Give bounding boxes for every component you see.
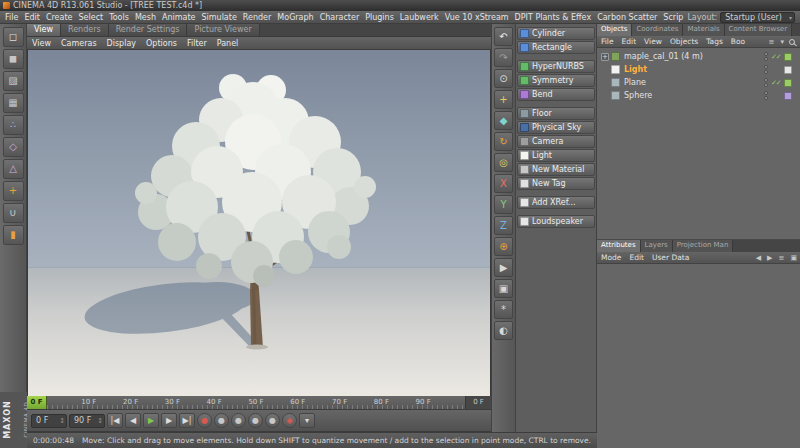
panel-options-icon[interactable]: ≡ bbox=[776, 254, 788, 262]
menu-item[interactable]: File bbox=[2, 13, 21, 22]
enable-checks[interactable]: ✓✓ bbox=[771, 53, 781, 61]
command-button[interactable]: Camera bbox=[517, 135, 595, 148]
layout-select[interactable]: Startup (User) bbox=[720, 12, 795, 23]
object-row[interactable]: Plane ✓✓ bbox=[597, 76, 800, 89]
menu-item[interactable]: Plugins bbox=[362, 13, 397, 22]
command-button[interactable]: Cylinder bbox=[517, 27, 595, 40]
menu-item[interactable]: Mesh bbox=[132, 13, 159, 22]
menu-item[interactable]: Laubwerk bbox=[397, 13, 442, 22]
edges-mode-icon[interactable]: ◇ bbox=[3, 137, 24, 157]
visibility-dots[interactable] bbox=[764, 52, 768, 61]
render-view-icon[interactable]: ▶ bbox=[494, 258, 513, 277]
command-button[interactable]: Symmetry bbox=[517, 74, 595, 87]
object-tag-icon[interactable] bbox=[784, 66, 792, 74]
layout-tab[interactable]: View bbox=[27, 24, 61, 36]
display-filter-icon[interactable]: ◐ bbox=[494, 321, 513, 340]
objects-menu-item[interactable]: Boo bbox=[727, 37, 749, 46]
model-mode-icon[interactable]: ◼ bbox=[3, 49, 24, 69]
viewport-menu-item[interactable]: Panel bbox=[212, 39, 244, 48]
object-tag-icon[interactable] bbox=[784, 92, 792, 100]
panel-tab[interactable]: Materials bbox=[683, 24, 724, 36]
object-tag-icon[interactable] bbox=[784, 79, 792, 87]
lock-icon[interactable]: ▮ bbox=[3, 225, 24, 245]
viewport[interactable] bbox=[27, 50, 491, 396]
goto-end-button[interactable]: ▶| bbox=[179, 413, 195, 428]
object-label[interactable]: Light bbox=[622, 65, 649, 74]
menu-item[interactable]: Select bbox=[75, 13, 106, 22]
object-label[interactable]: Plane bbox=[622, 78, 648, 87]
next-frame-button[interactable]: ▶ bbox=[161, 413, 177, 428]
panel-tab[interactable]: Attributes bbox=[597, 240, 641, 252]
goto-start-button[interactable]: |◀ bbox=[107, 413, 123, 428]
objects-menu-item[interactable]: View bbox=[640, 37, 666, 46]
layout-tab[interactable]: Picture Viewer bbox=[187, 24, 259, 36]
menu-item[interactable]: DPIT Plants & Effex bbox=[512, 13, 595, 22]
options-arrow-icon[interactable]: ▾ bbox=[777, 38, 787, 46]
command-button[interactable]: Light bbox=[517, 149, 595, 162]
undo-icon[interactable]: ↶ bbox=[494, 27, 513, 46]
object-tag-icon[interactable] bbox=[784, 53, 792, 61]
workplane-icon[interactable]: ▦ bbox=[3, 93, 24, 113]
menu-item[interactable]: Character bbox=[317, 13, 363, 22]
menu-item[interactable]: MoGraph bbox=[274, 13, 316, 22]
object-row[interactable]: + maple_cal_01 (4 m) ✓✓ bbox=[597, 50, 800, 63]
menu-item[interactable]: Simulate bbox=[198, 13, 239, 22]
panel-tab[interactable]: Projection Man bbox=[673, 240, 734, 252]
z-axis-lock-icon[interactable]: Z bbox=[494, 216, 513, 235]
layout-tab[interactable]: Renders bbox=[61, 24, 109, 36]
command-button[interactable]: Floor bbox=[517, 107, 595, 120]
command-button[interactable]: Loudspeaker bbox=[517, 215, 595, 228]
expander-icon[interactable]: + bbox=[601, 53, 609, 61]
render-picture-viewer-icon[interactable]: ▣ bbox=[494, 279, 513, 298]
menu-item[interactable]: Render bbox=[240, 13, 274, 22]
polygons-mode-icon[interactable]: △ bbox=[3, 159, 24, 179]
command-button[interactable]: New Tag bbox=[517, 177, 595, 190]
filter-icon[interactable]: ≡ bbox=[766, 38, 778, 46]
panel-tab[interactable]: Content Browser bbox=[725, 24, 792, 36]
viewport-menu-item[interactable]: Cameras bbox=[56, 39, 102, 48]
make-editable-icon[interactable]: ◻ bbox=[3, 27, 24, 47]
end-frame-field[interactable]: 90 F bbox=[69, 414, 105, 428]
move-tool-icon[interactable]: + bbox=[494, 90, 513, 109]
panel-tab[interactable]: Layers bbox=[641, 240, 673, 252]
command-button[interactable]: New Material bbox=[517, 163, 595, 176]
x-axis-lock-icon[interactable]: X bbox=[494, 174, 513, 193]
start-frame-field[interactable]: 0 F bbox=[31, 414, 67, 428]
lock-panel-icon[interactable]: ▣ bbox=[787, 254, 800, 262]
objects-menu-item[interactable]: Edit bbox=[618, 37, 641, 46]
object-row[interactable]: Sphere bbox=[597, 89, 800, 102]
live-selection-icon[interactable]: ⊙ bbox=[494, 69, 513, 88]
rotate-tool-icon[interactable]: ↻ bbox=[494, 132, 513, 151]
menu-item[interactable]: Create bbox=[43, 13, 76, 22]
texture-mode-icon[interactable]: ▨ bbox=[3, 71, 24, 91]
command-button[interactable]: HyperNURBS bbox=[517, 60, 595, 73]
timeline-ruler[interactable]: 0 F 10 F20 F30 F40 F50 F60 F70 F80 F90 F… bbox=[27, 396, 491, 410]
coordinate-system-icon[interactable]: ⊕ bbox=[494, 237, 513, 256]
visibility-dot-editor[interactable] bbox=[764, 52, 768, 56]
objects-menu-item[interactable]: Tags bbox=[702, 37, 727, 46]
playback-options-button[interactable]: ▾ bbox=[299, 413, 315, 428]
search-icon[interactable] bbox=[789, 39, 795, 45]
attributes-menu-item[interactable]: Edit bbox=[625, 253, 648, 262]
visibility-dots[interactable] bbox=[764, 91, 768, 100]
menu-item[interactable]: Vue 10 xStream bbox=[442, 13, 512, 22]
menu-item[interactable]: Animate bbox=[159, 13, 199, 22]
visibility-dot-render[interactable] bbox=[764, 57, 768, 61]
panel-tab[interactable]: Coordinates bbox=[632, 24, 683, 36]
object-label[interactable]: maple_cal_01 (4 m) bbox=[622, 52, 705, 61]
snap-icon[interactable]: ∪ bbox=[3, 203, 24, 223]
scale-tool-icon[interactable]: ◆ bbox=[494, 111, 513, 130]
objects-menu-item[interactable]: File bbox=[597, 37, 618, 46]
viewport-menu-item[interactable]: Filter bbox=[182, 39, 212, 48]
command-button[interactable]: Bend bbox=[517, 88, 595, 101]
menu-item[interactable]: Tools bbox=[106, 13, 132, 22]
expander-icon[interactable] bbox=[601, 92, 609, 100]
visibility-dots[interactable] bbox=[764, 78, 768, 87]
attributes-menu-item[interactable]: Mode bbox=[597, 253, 625, 262]
visibility-dot-render[interactable] bbox=[764, 83, 768, 87]
record-rotation-button[interactable]: ● bbox=[248, 413, 263, 428]
prev-frame-button[interactable]: ◀ bbox=[125, 413, 141, 428]
layout-tab[interactable]: Render Settings bbox=[109, 24, 188, 36]
play-button[interactable]: ▶ bbox=[143, 413, 159, 428]
current-frame-marker[interactable]: 0 F bbox=[27, 396, 47, 409]
